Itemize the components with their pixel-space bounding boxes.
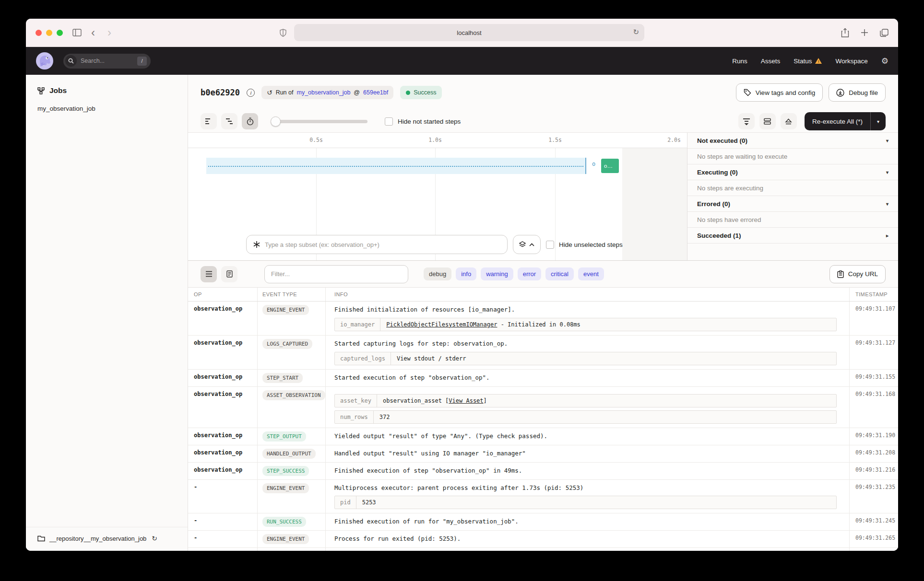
view-tags-config-label: View tags and config [756, 89, 815, 96]
step-subset-input[interactable] [265, 241, 501, 248]
log-level-chip-info[interactable]: info [456, 267, 476, 280]
search-input[interactable] [81, 58, 129, 64]
metadata-link[interactable]: View Asset [449, 397, 483, 404]
log-op-cell: observation_op [188, 370, 258, 386]
log-row[interactable]: observation_opHANDLED_OUTPUTHandled outp… [188, 445, 898, 463]
reload-repository-icon[interactable]: ↻ [152, 535, 157, 542]
dagster-logo[interactable] [36, 52, 54, 70]
close-window-button[interactable] [36, 30, 42, 36]
log-row[interactable]: observation_opENGINE_EVENTFinished initi… [188, 302, 898, 336]
log-event-type-cell: ASSET_OBSERVATION [258, 387, 326, 428]
nav-link-status[interactable]: Status! [794, 58, 822, 65]
log-row[interactable]: observation_opASSET_OBSERVATIONasset_key… [188, 387, 898, 428]
log-row[interactable]: -RUN_SUCCESSFinished execution of run fo… [188, 513, 898, 531]
chevron-down-icon[interactable]: ▾ [886, 170, 888, 175]
browser-sidebar-icon[interactable] [72, 29, 82, 36]
run-tag-prefix: Run of [276, 89, 294, 96]
log-row[interactable]: observation_opLOGS_CAPTUREDStarted captu… [188, 336, 898, 370]
log-metadata-entry: captured_logsView stdout / stderr [334, 352, 837, 365]
code-version-link[interactable]: 659ee1bf [363, 89, 388, 96]
zoom-window-button[interactable] [57, 30, 63, 36]
hide-not-started-checkbox[interactable] [385, 117, 393, 126]
nav-link-workspace[interactable]: Workspace [835, 58, 867, 65]
metadata-link[interactable]: PickledObjectFilesystemIOManager [386, 321, 497, 328]
step-section-succeeded[interactable]: Succeeded (1)▸ [687, 228, 898, 244]
structured-log-view-button[interactable] [201, 266, 217, 282]
new-tab-icon[interactable] [861, 29, 868, 36]
job-link[interactable]: my_observation_job [296, 89, 350, 96]
log-row[interactable]: observation_opSTEP_OUTPUTYielded output … [188, 428, 898, 445]
debug-file-label: Debug file [849, 89, 878, 96]
step-selector-icon [253, 241, 261, 248]
run-header: b0e62920 i ↺ Run of my_observation_job @… [188, 75, 898, 110]
log-row[interactable]: observation_opSTEP_STARTStarted executio… [188, 370, 898, 387]
tab-overview-icon[interactable] [880, 29, 888, 37]
waterfall-view-button[interactable] [221, 113, 237, 129]
log-level-chip-warning[interactable]: warning [481, 267, 513, 280]
log-level-chip-critical[interactable]: critical [545, 267, 574, 280]
address-bar[interactable]: localhost ↻ [294, 24, 644, 41]
status-label: Success [414, 89, 436, 96]
log-info-text: Yielded output "result" of type "Any". (… [334, 432, 841, 441]
log-event-type-cell: HANDLED_OUTPUT [258, 445, 326, 462]
sidebar-item-my_observation_job[interactable]: my_observation_job [26, 98, 188, 119]
gantt-outside-range [622, 148, 687, 260]
graph-query-toggle-button[interactable] [513, 235, 541, 254]
metadata-label: pid [335, 496, 356, 509]
log-timestamp-cell: 09:49:31.168 [849, 387, 898, 428]
nav-link-runs[interactable]: Runs [732, 58, 747, 65]
step-section-not[interactable]: Not executed (0)▾ [687, 133, 898, 149]
log-row[interactable]: -ENGINE_EVENTProcess for run exited (pid… [188, 531, 898, 548]
step-section-empty-text: No steps are executing [687, 180, 898, 196]
timed-view-button[interactable] [242, 113, 258, 129]
app-header: / RunsAssetsStatus!Workspace⚙ [26, 47, 898, 75]
row-density-button[interactable] [759, 113, 776, 129]
log-row[interactable]: -ENGINE_EVENTMultiprocess executor: pare… [188, 480, 898, 514]
log-level-chip-event[interactable]: event [578, 267, 604, 280]
eject-button[interactable] [781, 113, 797, 129]
info-icon[interactable]: i [247, 89, 255, 97]
log-timestamp-cell: 09:49:31.127 [849, 336, 898, 369]
log-level-chip-error[interactable]: error [518, 267, 541, 280]
step-section-executing[interactable]: Executing (0)▾ [687, 164, 898, 180]
zoom-slider-knob[interactable] [271, 116, 281, 127]
reload-icon[interactable]: ↻ [633, 28, 639, 36]
step-section-errored[interactable]: Errored (0)▾ [687, 196, 898, 212]
browser-forward-button[interactable]: › [107, 27, 111, 38]
reexecute-options-caret[interactable]: ▾ [870, 112, 886, 130]
gantt-step-bar-observation-op[interactable]: o… [601, 159, 619, 173]
nav-link-assets[interactable]: Assets [761, 58, 781, 65]
log-timestamp-cell: 09:49:31.235 [849, 480, 898, 513]
log-op-cell: observation_op [188, 302, 258, 335]
reexecute-all-button[interactable]: Re-execute All (*) [805, 112, 870, 130]
chevron-down-icon[interactable]: ▾ [886, 201, 888, 207]
repository-row[interactable]: __repository__my_observation_job ↻ [26, 527, 188, 551]
log-timestamp-cell: 09:49:31.216 [849, 463, 898, 479]
settings-gear-icon[interactable]: ⚙ [881, 56, 888, 66]
filter-steps-button[interactable] [738, 113, 755, 129]
minimize-window-button[interactable] [46, 30, 52, 36]
step-section-empty-text: No steps are waiting to execute [687, 149, 898, 164]
chevron-right-icon[interactable]: ▸ [886, 233, 888, 238]
jobs-sidebar: Jobs my_observation_job __repository__my… [26, 75, 188, 551]
log-filter-input[interactable] [264, 265, 408, 283]
chevron-down-icon[interactable]: ▾ [886, 138, 888, 143]
debug-file-button[interactable]: Debug file [829, 83, 886, 102]
global-search[interactable]: / [63, 54, 151, 69]
gantt-time-axis: 0.5s1.0s1.5s2.0s [188, 133, 687, 148]
log-row[interactable]: observation_opSTEP_SUCCESSFinished execu… [188, 463, 898, 480]
zoom-slider[interactable] [272, 120, 367, 123]
sidebar-title: Jobs [49, 86, 67, 95]
copy-url-button[interactable]: Copy URL [829, 265, 886, 283]
address-bar-url: localhost [457, 29, 481, 36]
log-level-chip-debug[interactable]: debug [424, 267, 451, 280]
share-icon[interactable] [841, 28, 849, 37]
privacy-shield-icon[interactable] [280, 29, 286, 37]
browser-back-button[interactable]: ‹ [91, 27, 95, 38]
view-tags-config-button[interactable]: View tags and config [736, 83, 823, 102]
hide-unselected-checkbox[interactable] [546, 241, 554, 249]
raw-log-view-button[interactable] [221, 266, 237, 282]
flatten-view-button[interactable] [201, 113, 217, 129]
event-type-chip: ENGINE_EVENT [262, 534, 309, 544]
log-timestamp-cell: 09:49:31.265 [849, 531, 898, 547]
